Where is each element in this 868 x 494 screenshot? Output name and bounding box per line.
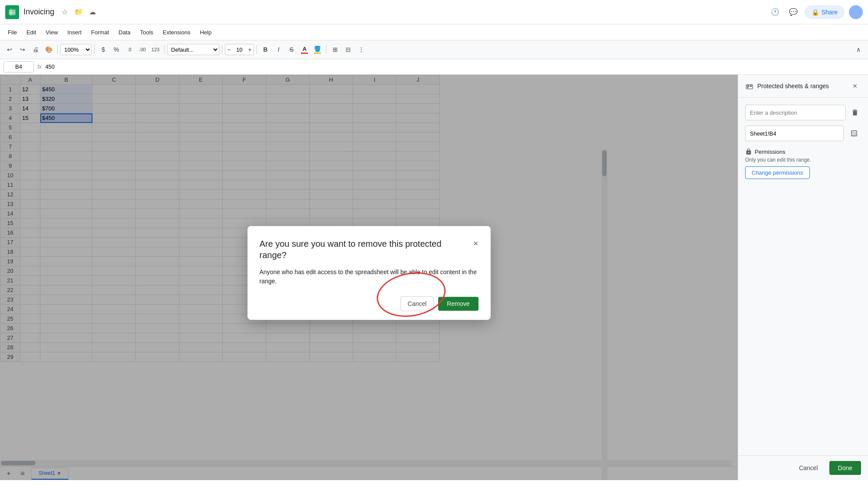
menu-insert[interactable]: Insert (63, 27, 86, 37)
italic-button[interactable]: I (272, 43, 284, 56)
dialog-footer: Cancel Remove (260, 296, 479, 311)
permissions-section: Permissions Only you can edit this range… (745, 148, 861, 179)
range-input[interactable] (745, 126, 844, 141)
title-bar: Invoicing ☆ 📁 ☁ 🕐 💬 🔒 Share (0, 0, 868, 24)
text-color-button[interactable]: A (298, 43, 310, 56)
number-format-button[interactable]: 123 (149, 43, 162, 56)
cell-reference-input[interactable] (3, 61, 34, 73)
toolbar-separator-1 (57, 45, 58, 54)
menu-extensions[interactable]: Extensions (158, 27, 195, 37)
paint-format-button[interactable]: 🎨 (43, 43, 55, 56)
bookmark-icon[interactable]: ☆ (59, 6, 71, 18)
history-icon[interactable]: 🕐 (769, 6, 781, 18)
menu-tools[interactable]: Tools (135, 27, 157, 37)
toolbar-separator-3 (164, 45, 165, 54)
svg-rect-4 (11, 9, 11, 15)
sidebar-title: Protected sheets & ranges (757, 83, 849, 90)
increase-decimal-button[interactable]: .00 (136, 43, 149, 56)
menu-format[interactable]: Format (87, 27, 113, 37)
undo-button[interactable]: ↩ (3, 43, 16, 56)
dialog-close-button[interactable]: × (473, 239, 479, 248)
comment-icon[interactable]: 💬 (787, 6, 799, 18)
title-right: 🕐 💬 🔒 Share (768, 5, 863, 19)
fill-color-button[interactable]: 🪣 (311, 43, 323, 56)
font-select[interactable]: Default... (167, 44, 219, 55)
font-size-area: − + (225, 44, 254, 55)
svg-rect-5 (746, 85, 753, 89)
range-grid-button[interactable] (847, 126, 861, 140)
toolbar-separator-2 (94, 45, 95, 54)
permissions-title: Permissions (745, 148, 861, 155)
sidebar-header: Protected sheets & ranges × (738, 75, 868, 98)
percent-button[interactable]: % (110, 43, 122, 56)
toolbar-separator-5 (256, 45, 257, 54)
change-permissions-button[interactable]: Change permissions (745, 166, 810, 179)
more-toolbar-button[interactable]: ⋮ (355, 43, 367, 56)
font-size-increase-button[interactable]: + (246, 46, 253, 53)
share-button[interactable]: 🔒 Share (805, 5, 845, 19)
menu-bar: File Edit View Insert Format Data Tools … (0, 24, 868, 40)
menu-edit[interactable]: Edit (22, 27, 40, 37)
main-content: A B C D E F G H I J 112$450213$320314$70… (0, 75, 868, 480)
svg-rect-8 (747, 87, 748, 89)
app-icon (5, 5, 19, 19)
confirm-dialog: Are you sure you want to remove this pro… (248, 226, 491, 320)
svg-rect-3 (9, 13, 16, 14)
avatar[interactable] (849, 5, 863, 19)
sidebar-footer: Cancel Done (738, 455, 868, 480)
sidebar-protected-ranges: Protected sheets & ranges × (738, 75, 868, 480)
decrease-decimal-button[interactable]: .0 (123, 43, 135, 56)
formula-bar: fx (0, 59, 868, 75)
print-button[interactable]: 🖨 (30, 43, 42, 56)
svg-rect-2 (9, 12, 16, 13)
currency-button[interactable]: $ (97, 43, 109, 56)
sidebar-close-button[interactable]: × (849, 80, 861, 92)
svg-rect-6 (747, 85, 749, 86)
toolbar: ↩ ↪ 🖨 🎨 100% $ % .0 .00 123 Default... −… (0, 40, 868, 59)
sidebar-done-button[interactable]: Done (829, 461, 861, 475)
font-size-input[interactable] (232, 46, 246, 53)
collapse-toolbar-button[interactable]: ∧ (852, 43, 865, 56)
formula-input[interactable] (45, 61, 865, 73)
zoom-select[interactable]: 100% (60, 44, 92, 55)
permissions-description: Only you can edit this range. (745, 157, 861, 163)
description-input[interactable] (745, 105, 846, 120)
lock-icon: 🔒 (812, 9, 819, 16)
svg-rect-7 (750, 85, 752, 86)
doc-title: Invoicing (23, 7, 54, 17)
cloud-icon[interactable]: ☁ (86, 6, 99, 18)
spreadsheet-area: A B C D E F G H I J 112$450213$320314$70… (0, 75, 738, 480)
dialog-header: Are you sure you want to remove this pro… (260, 238, 479, 261)
menu-help[interactable]: Help (195, 27, 216, 37)
description-row (745, 105, 861, 120)
dialog-remove-button[interactable]: Remove (438, 297, 478, 311)
menu-file[interactable]: File (3, 27, 21, 37)
borders-button[interactable]: ⊞ (329, 43, 341, 56)
folder-icon[interactable]: 📁 (73, 6, 85, 18)
strikethrough-button[interactable]: S (285, 43, 297, 56)
fx-icon: fx (37, 63, 42, 70)
dialog-cancel-button[interactable]: Cancel (400, 296, 434, 311)
toolbar-separator-6 (326, 45, 327, 54)
dialog-title: Are you sure you want to remove this pro… (260, 238, 468, 261)
sidebar-body: Permissions Only you can edit this range… (738, 98, 868, 455)
menu-data[interactable]: Data (114, 27, 135, 37)
sidebar-cancel-button[interactable]: Cancel (792, 461, 825, 475)
bold-button[interactable]: B (259, 43, 271, 56)
protected-ranges-icon (745, 82, 754, 90)
merge-button[interactable]: ⊟ (342, 43, 354, 56)
font-size-decrease-button[interactable]: − (225, 46, 232, 53)
menu-view[interactable]: View (41, 27, 62, 37)
toolbar-separator-4 (222, 45, 222, 54)
delete-range-button[interactable] (849, 106, 861, 119)
range-row (745, 126, 861, 141)
svg-rect-1 (9, 10, 16, 11)
dialog-body: Anyone who has edit access to the spread… (260, 268, 479, 286)
redo-button[interactable]: ↪ (17, 43, 29, 56)
